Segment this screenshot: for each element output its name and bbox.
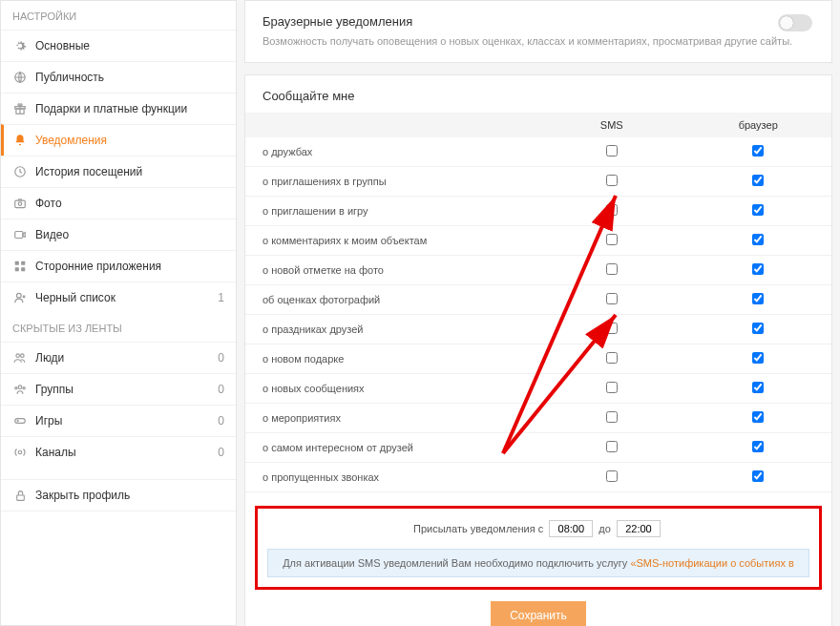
sms-checkbox[interactable] xyxy=(606,204,618,216)
sms-info-text: Для активации SMS уведомлений Вам необхо… xyxy=(283,557,630,569)
sidebar-item-apps[interactable]: Сторонние приложения xyxy=(1,250,236,282)
svg-rect-17 xyxy=(15,419,26,424)
row-label: о приглашениях в группы xyxy=(245,167,538,197)
svg-point-12 xyxy=(16,354,20,358)
browser-checkbox[interactable] xyxy=(752,175,764,186)
table-row: об оценках фотографий xyxy=(245,285,831,315)
row-label: о приглашении в игру xyxy=(245,197,538,226)
sms-info-link[interactable]: «SMS-нотификации о событиях в xyxy=(630,557,793,569)
time-mid: до xyxy=(598,523,611,534)
browser-notif-title: Браузерные уведомления xyxy=(262,14,814,29)
sms-checkbox[interactable] xyxy=(606,145,618,156)
sidebar-item-history[interactable]: История посещений xyxy=(1,156,236,187)
sidebar-item-group[interactable]: Группы0 xyxy=(1,373,236,405)
sms-checkbox[interactable] xyxy=(606,263,618,275)
col-browser: браузер xyxy=(685,113,832,137)
gamepad-icon xyxy=(12,413,28,428)
row-label: о дружбах xyxy=(245,137,538,167)
sidebar-item-label: Видео xyxy=(35,228,224,241)
sidebar-item-label: Уведомления xyxy=(35,134,224,147)
sidebar-item-count: 0 xyxy=(218,446,224,459)
sidebar-item-user-x[interactable]: Черный список1 xyxy=(1,282,236,313)
svg-point-5 xyxy=(18,202,22,206)
channel-icon xyxy=(12,445,28,460)
sms-checkbox[interactable] xyxy=(606,234,618,245)
sidebar-item-gamepad[interactable]: Игры0 xyxy=(1,405,236,436)
row-label: о самом интересном от друзей xyxy=(245,433,538,463)
browser-checkbox[interactable] xyxy=(752,352,764,364)
notify-card: Сообщайте мне SMS браузер о дружбахо при… xyxy=(244,74,832,626)
time-from-input[interactable] xyxy=(549,520,593,537)
lock-icon xyxy=(12,488,28,503)
browser-checkbox[interactable] xyxy=(752,441,764,452)
svg-rect-7 xyxy=(15,261,19,265)
table-row: о пропущенных звонках xyxy=(245,463,831,492)
svg-rect-8 xyxy=(21,261,25,265)
table-row: о мероприятиях xyxy=(245,404,831,433)
sidebar-item-camera[interactable]: Фото xyxy=(1,187,236,219)
table-row: о праздниках друзей xyxy=(245,315,831,344)
sidebar-item-bell[interactable]: Уведомления xyxy=(1,124,236,156)
sidebar: НАСТРОЙКИ ОсновныеПубличностьПодарки и п… xyxy=(0,0,237,626)
sms-checkbox[interactable] xyxy=(606,411,618,423)
browser-checkbox[interactable] xyxy=(752,470,764,482)
svg-rect-9 xyxy=(15,267,19,271)
table-row: о новых сообщениях xyxy=(245,374,831,404)
svg-rect-19 xyxy=(16,494,24,499)
user-x-icon xyxy=(12,290,28,305)
svg-point-13 xyxy=(21,354,24,358)
sms-checkbox[interactable] xyxy=(606,293,618,304)
sidebar-item-count: 0 xyxy=(218,414,224,428)
apps-icon xyxy=(12,259,28,274)
sidebar-item-label: Подарки и платные функции xyxy=(35,102,224,115)
svg-rect-10 xyxy=(21,267,25,271)
table-row: о приглашении в игру xyxy=(245,197,831,226)
gift-icon xyxy=(12,101,28,116)
browser-notif-toggle[interactable] xyxy=(778,14,812,31)
browser-checkbox[interactable] xyxy=(752,204,764,216)
col-empty xyxy=(245,113,538,137)
browser-checkbox[interactable] xyxy=(752,234,764,245)
browser-checkbox[interactable] xyxy=(752,411,764,423)
sidebar-item-globe[interactable]: Публичность xyxy=(1,61,236,93)
sidebar-item-label: Основные xyxy=(35,39,224,52)
sidebar-item-gear[interactable]: Основные xyxy=(1,30,236,61)
svg-rect-4 xyxy=(15,200,26,208)
browser-checkbox[interactable] xyxy=(752,382,764,393)
row-label: о мероприятиях xyxy=(245,404,538,433)
sidebar-section-settings: НАСТРОЙКИ xyxy=(1,1,236,30)
time-to-input[interactable] xyxy=(617,520,661,537)
sms-checkbox[interactable] xyxy=(606,323,618,334)
sidebar-item-people[interactable]: Люди0 xyxy=(1,342,236,373)
sms-checkbox[interactable] xyxy=(606,441,618,452)
sidebar-item-label: История посещений xyxy=(35,165,224,178)
sidebar-item-channel[interactable]: Каналы0 xyxy=(1,436,236,468)
sms-info-bar: Для активации SMS уведомлений Вам необхо… xyxy=(267,549,809,577)
sidebar-item-label: Сторонние приложения xyxy=(35,260,224,273)
sms-checkbox[interactable] xyxy=(606,382,618,393)
table-row: о самом интересном от друзей xyxy=(245,433,831,463)
history-icon xyxy=(12,164,28,179)
people-icon xyxy=(12,350,28,365)
table-row: о приглашениях в группы xyxy=(245,167,831,197)
browser-checkbox[interactable] xyxy=(752,293,764,304)
browser-checkbox[interactable] xyxy=(752,263,764,275)
sidebar-item-label: Закрыть профиль xyxy=(35,489,224,502)
time-prefix: Присылать уведомления с xyxy=(413,523,543,534)
sms-checkbox[interactable] xyxy=(606,470,618,482)
sidebar-item-label: Каналы xyxy=(35,446,214,459)
sidebar-item-label: Фото xyxy=(35,197,224,210)
gear-icon xyxy=(12,38,28,53)
table-row: о комментариях к моим объектам xyxy=(245,226,831,256)
sidebar-item-video[interactable]: Видео xyxy=(1,219,236,250)
browser-checkbox[interactable] xyxy=(752,145,764,156)
table-row: о новой отметке на фото xyxy=(245,256,831,285)
svg-rect-6 xyxy=(15,232,23,239)
sms-checkbox[interactable] xyxy=(606,175,618,186)
sidebar-item-gift[interactable]: Подарки и платные функции xyxy=(1,93,236,124)
save-button[interactable]: Сохранить xyxy=(491,601,586,626)
sms-checkbox[interactable] xyxy=(606,352,618,364)
sidebar-item-count: 0 xyxy=(218,383,224,396)
sidebar-item-lock-profile[interactable]: Закрыть профиль xyxy=(1,479,236,511)
browser-checkbox[interactable] xyxy=(752,323,764,334)
